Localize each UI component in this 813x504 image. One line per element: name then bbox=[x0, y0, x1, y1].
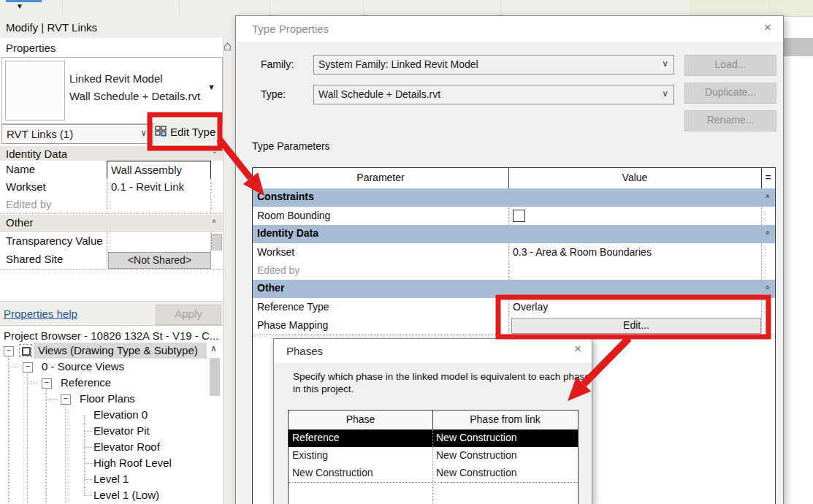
room-bounding-checkbox[interactable] bbox=[513, 210, 525, 222]
section-label: Other bbox=[257, 282, 284, 294]
type-selector[interactable]: Linked Revit Model Wall Schedule + Detai… bbox=[1, 57, 223, 124]
identity-data-section-header[interactable]: Identity Data › bbox=[0, 146, 223, 161]
identity-data-section-row[interactable]: Identity Data » bbox=[253, 225, 775, 244]
reference-type-value[interactable]: Overlay bbox=[513, 301, 548, 313]
type-combobox[interactable]: Wall Schedule + Details.rvt ∨ bbox=[313, 85, 674, 104]
tree-item-elevator-pit[interactable]: Elevator Pit bbox=[0, 423, 209, 439]
type-value: Wall Schedule + Details.rvt bbox=[318, 88, 440, 100]
phase-row-reference[interactable]: Reference New Construction bbox=[289, 429, 578, 448]
apply-button[interactable]: Apply bbox=[156, 305, 221, 325]
parameter-header[interactable]: Parameter bbox=[253, 172, 508, 183]
ribbon-divider bbox=[270, 1, 270, 15]
transparency-row: Transparency Value bbox=[0, 232, 223, 251]
tree-item-floor-plans[interactable]: − Floor Plans bbox=[0, 391, 209, 407]
edited-by-label: Edited by bbox=[257, 264, 299, 276]
collapse-chevron-icon[interactable]: » bbox=[763, 194, 771, 199]
row-mini-cell bbox=[210, 161, 223, 178]
phase-from-link-header: Phase from link bbox=[432, 413, 578, 425]
ribbon-divider bbox=[500, 1, 501, 15]
collapse-chevron-icon[interactable]: » bbox=[209, 219, 218, 224]
properties-footer: Properties help Apply bbox=[0, 301, 223, 326]
name-input[interactable]: Wall Assembly bbox=[107, 161, 211, 179]
ribbon-divider bbox=[769, 1, 770, 15]
column-divider bbox=[508, 298, 510, 316]
selector-dropdown-icon[interactable]: ▼ bbox=[207, 83, 215, 91]
phase-cell: Existing bbox=[292, 449, 328, 461]
workset-cell[interactable]: 0.1 - Revit Link bbox=[107, 178, 211, 196]
close-icon[interactable]: × bbox=[760, 20, 776, 37]
dialog-titlebar[interactable]: Phases × bbox=[274, 339, 592, 364]
collapse-chevron-icon[interactable]: » bbox=[763, 286, 771, 290]
tree-item-label: Level 1 (Low) bbox=[93, 489, 159, 501]
column-divider bbox=[761, 207, 763, 225]
rename-button[interactable]: Rename... bbox=[684, 110, 776, 131]
tree-item-label: Views (Drawing Type & Subtype) bbox=[38, 344, 198, 356]
home-icon[interactable]: ⌂ bbox=[224, 38, 232, 54]
selector-family-label: Linked Revit Model bbox=[69, 72, 163, 85]
close-icon[interactable]: × bbox=[570, 342, 586, 358]
other-section-header[interactable]: Other » bbox=[0, 215, 223, 232]
family-label: Family: bbox=[261, 58, 294, 70]
column-divider bbox=[432, 465, 434, 482]
other-section-row[interactable]: Other » bbox=[253, 280, 775, 299]
column-divider bbox=[508, 207, 510, 225]
tree-item-reference[interactable]: − Reference bbox=[0, 375, 209, 391]
workset-value[interactable]: 0.3 - Area & Room Boundaries bbox=[513, 246, 652, 258]
load-button[interactable]: Load... bbox=[684, 55, 776, 76]
family-combobox[interactable]: System Family: Linked Revit Model ∨ bbox=[313, 55, 674, 75]
properties-help-link[interactable]: Properties help bbox=[4, 308, 77, 320]
phase-header: Phase bbox=[289, 413, 432, 425]
value-header[interactable]: Value bbox=[508, 172, 761, 183]
column-divider bbox=[761, 168, 762, 188]
dialog-title: Type Properties bbox=[252, 23, 329, 35]
constraints-section-row[interactable]: Constraints » bbox=[253, 188, 775, 207]
tree-item-label: Elevator Pit bbox=[93, 424, 150, 437]
scroll-up-icon[interactable]: ∧ bbox=[210, 343, 217, 354]
ribbon-divider bbox=[363, 1, 364, 15]
tree-collapse-icon[interactable]: − bbox=[61, 394, 71, 405]
tree-item-level-1-low[interactable]: Level 1 (Low) bbox=[0, 487, 209, 503]
chevron-down-icon: ∨ bbox=[140, 128, 147, 138]
chevron-down-icon: ∨ bbox=[662, 58, 668, 69]
mini-scrollbar-thumb[interactable] bbox=[211, 234, 222, 251]
phase-mapping-row: Phase Mapping Edit... bbox=[253, 316, 775, 335]
tree-collapse-icon[interactable]: − bbox=[23, 362, 33, 373]
tree-item-source-views[interactable]: − 0 - Source Views bbox=[0, 359, 209, 375]
reference-type-row: Reference Type Overlay bbox=[253, 298, 775, 317]
tree-item-elevation-0[interactable]: Elevation 0 bbox=[0, 407, 209, 423]
active-tab-indicator bbox=[6, 0, 42, 2]
phase-mapping-label: Phase Mapping bbox=[257, 319, 328, 331]
phase-mapping-edit-button[interactable]: Edit... bbox=[511, 318, 761, 334]
shared-site-label: Shared Site bbox=[6, 253, 63, 265]
collapse-chevron-icon[interactable]: » bbox=[763, 231, 771, 235]
row-mini-cell bbox=[210, 196, 223, 213]
transparency-cell[interactable] bbox=[107, 232, 211, 250]
row-mini-cell bbox=[210, 251, 223, 268]
workset-value: 0.1 - Revit Link bbox=[111, 180, 184, 193]
project-browser-title: Project Browser - 10826 132A St - V19 - … bbox=[4, 329, 218, 342]
dialog-titlebar[interactable]: Type Properties × bbox=[236, 16, 783, 42]
phase-row-new-construction[interactable]: New Construction New Construction bbox=[289, 465, 578, 483]
element-filter-combobox[interactable]: RVT Links (1) ∨ bbox=[1, 124, 153, 144]
edited-by-label: Edited by bbox=[6, 198, 52, 210]
tree-collapse-icon[interactable]: − bbox=[4, 346, 14, 356]
collapse-chevron-icon[interactable]: › bbox=[210, 151, 218, 154]
phase-row-existing[interactable]: Existing New Construction bbox=[289, 447, 578, 465]
background-strip bbox=[223, 38, 236, 504]
edit-type-label: Edit Type bbox=[170, 126, 215, 138]
tree-item-high-roof-level[interactable]: High Roof Level bbox=[0, 455, 209, 471]
column-divider bbox=[432, 411, 433, 429]
tree-item-elevator-roof[interactable]: Elevator Roof bbox=[0, 439, 209, 455]
tree-item-views[interactable]: − Views (Drawing Type & Subtype) bbox=[0, 343, 209, 359]
type-parameters-label: Type Parameters bbox=[252, 140, 330, 152]
column-divider bbox=[761, 243, 763, 261]
scrollbar-thumb[interactable] bbox=[210, 358, 220, 396]
edit-type-button[interactable]: Edit Type bbox=[155, 119, 219, 144]
phase-cell: New Construction bbox=[292, 467, 373, 478]
duplicate-button[interactable]: Duplicate... bbox=[684, 83, 776, 104]
ribbon-panel-dropdown-icon[interactable]: ▼ bbox=[16, 2, 23, 10]
not-shared-button[interactable]: <Not Shared> bbox=[108, 252, 211, 269]
tree-item-level-1[interactable]: Level 1 bbox=[0, 471, 209, 487]
ribbon-divider bbox=[62, 1, 63, 15]
tree-collapse-icon[interactable]: − bbox=[42, 378, 52, 389]
